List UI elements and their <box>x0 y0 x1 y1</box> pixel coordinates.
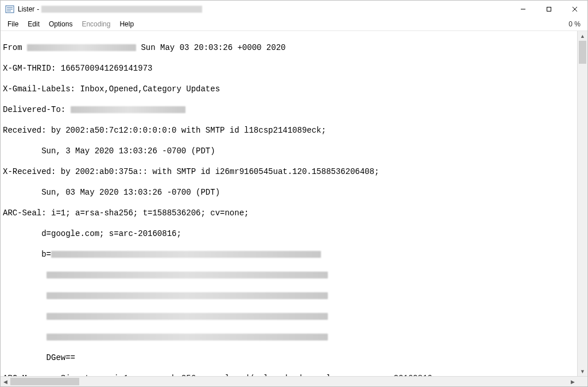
titlebar: Lister - <box>1 1 587 18</box>
scroll-right-arrow-icon[interactable]: ▶ <box>568 377 578 386</box>
scroll-down-arrow-icon[interactable]: ▼ <box>578 366 587 376</box>
scroll-corner <box>578 377 587 386</box>
app-icon <box>5 5 14 14</box>
title-sep: - <box>37 5 39 13</box>
hscroll-track[interactable] <box>10 377 568 386</box>
horizontal-scrollbar[interactable]: ◀ ▶ <box>1 376 587 386</box>
title-text: Lister - <box>18 5 202 13</box>
menubar: File Edit Options Encoding Help 0 % <box>1 18 587 31</box>
menu-options[interactable]: Options <box>44 19 77 29</box>
lister-window: Lister - File Edit Options Encoding Help… <box>0 0 588 387</box>
minimize-button[interactable] <box>510 1 536 18</box>
text-area[interactable]: From Sun May 03 20:03:26 +0000 2020 X-GM… <box>1 31 577 376</box>
vscroll-track[interactable] <box>578 41 587 366</box>
svg-rect-5 <box>547 7 551 11</box>
menu-edit[interactable]: Edit <box>23 19 44 29</box>
percent-indicator: 0 % <box>564 19 585 29</box>
vertical-scrollbar[interactable]: ▲ ▼ <box>577 31 587 376</box>
scroll-up-arrow-icon[interactable]: ▲ <box>578 31 587 41</box>
vscroll-thumb[interactable] <box>579 41 586 64</box>
maximize-button[interactable] <box>536 1 562 18</box>
menu-file[interactable]: File <box>3 19 23 29</box>
content: From Sun May 03 20:03:26 +0000 2020 X-GM… <box>1 31 587 376</box>
close-button[interactable] <box>562 1 587 18</box>
menu-help[interactable]: Help <box>115 19 138 29</box>
app-name: Lister <box>18 5 34 13</box>
window-controls <box>510 1 587 18</box>
content-wrap: From Sun May 03 20:03:26 +0000 2020 X-GM… <box>1 31 587 386</box>
title-filename-redacted <box>41 6 202 13</box>
hscroll-thumb[interactable] <box>10 378 79 385</box>
scroll-left-arrow-icon[interactable]: ◀ <box>1 377 10 386</box>
menu-encoding[interactable]: Encoding <box>77 19 115 29</box>
